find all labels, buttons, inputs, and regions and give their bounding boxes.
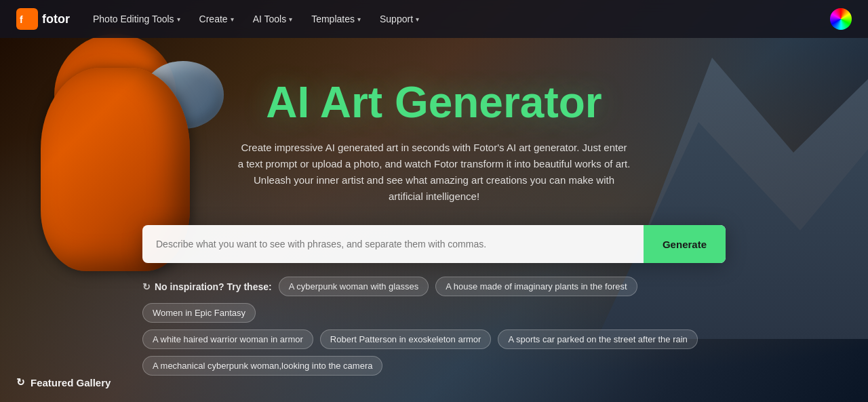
fotor-logo-icon: f <box>16 8 38 30</box>
chevron-down-icon: ▾ <box>177 16 180 23</box>
svg-text:f: f <box>20 14 23 25</box>
nav-create[interactable]: Create ▾ <box>193 9 241 28</box>
nav-templates[interactable]: Templates ▾ <box>304 9 368 28</box>
logo-text: fotor <box>42 12 70 26</box>
suggestion-tag[interactable]: A mechanical cyberpunk woman,looking int… <box>142 356 382 376</box>
hero-content: AI Art Generator Create impressive AI ge… <box>0 38 868 402</box>
search-bar: Generate <box>142 225 726 263</box>
suggestions-area: ↻ No inspiration? Try these: A cyberpunk… <box>142 277 726 376</box>
suggestion-tag[interactable]: A house made of imaginary plants in the … <box>435 277 637 296</box>
refresh-icon: ↻ <box>142 281 151 292</box>
gallery-icon: ↻ <box>16 376 25 388</box>
nav-photo-editing-tools[interactable]: Photo Editing Tools ▾ <box>86 9 187 28</box>
hero-subtitle: Create impressive AI generated art in se… <box>237 140 631 205</box>
chevron-down-icon: ▾ <box>416 16 419 23</box>
logo[interactable]: f fotor <box>16 8 70 30</box>
suggestion-tag[interactable]: Robert Patterson in exoskeleton armor <box>320 329 492 349</box>
suggestions-row-1: ↻ No inspiration? Try these: A cyberpunk… <box>142 277 726 323</box>
chevron-down-icon: ▾ <box>231 16 234 23</box>
suggestions-row-2: A white haired warrior woman in armor Ro… <box>142 329 698 349</box>
navbar: f fotor Photo Editing Tools ▾ Create ▾ A… <box>0 0 868 38</box>
suggestion-tag[interactable]: A white haired warrior woman in armor <box>142 329 313 349</box>
color-wheel-icon[interactable] <box>830 8 852 30</box>
suggestions-row-3: A mechanical cyberpunk woman,looking int… <box>142 356 382 376</box>
hero-title: AI Art Generator <box>266 79 602 126</box>
featured-gallery-label: Featured Gallery <box>31 377 111 388</box>
suggestion-tag[interactable]: A sports car parked on the street after … <box>498 329 697 349</box>
featured-gallery-section[interactable]: ↻ Featured Gallery <box>16 376 111 388</box>
suggestions-label: ↻ No inspiration? Try these: <box>142 281 272 292</box>
chevron-down-icon: ▾ <box>289 16 292 23</box>
suggestion-tag[interactable]: Women in Epic Fantasy <box>142 303 256 323</box>
chevron-down-icon: ▾ <box>357 16 361 23</box>
nav-ai-tools[interactable]: AI Tools ▾ <box>246 9 300 28</box>
suggestion-tag[interactable]: A cyberpunk woman with glasses <box>279 277 429 296</box>
nav-support[interactable]: Support ▾ <box>373 9 426 28</box>
generate-button[interactable]: Generate <box>644 225 726 263</box>
prompt-input[interactable] <box>142 225 644 263</box>
